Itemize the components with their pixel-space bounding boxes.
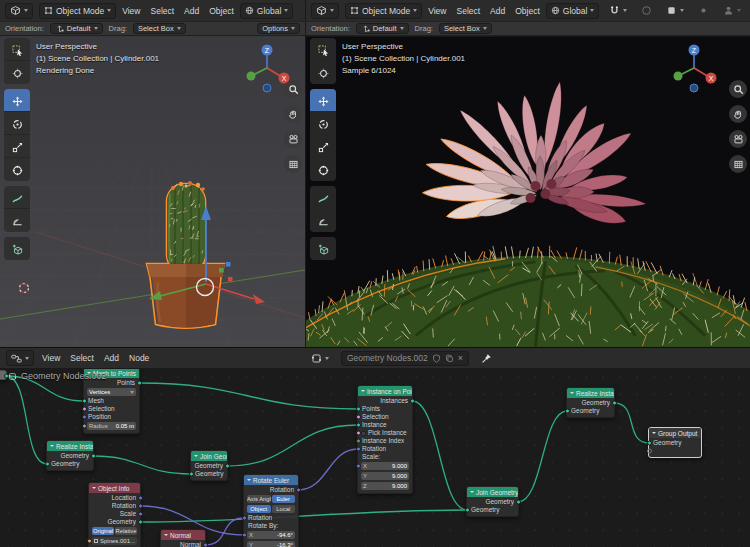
socket-normal-out[interactable] <box>203 543 208 547</box>
node-header-rotate-euler[interactable]: Rotate Euler <box>244 475 298 485</box>
socket-geometry-in[interactable] <box>189 472 194 477</box>
mode-select[interactable]: Object Mode <box>345 3 422 19</box>
node-header-realize-instances-l[interactable]: Realize Instances <box>47 441 93 451</box>
tool-move-button[interactable] <box>310 89 336 112</box>
camera-view-button[interactable] <box>729 130 747 148</box>
tool-annotate-button[interactable] <box>4 186 30 209</box>
menu-add[interactable]: Add <box>184 6 199 16</box>
value-x[interactable]: X-94.6° <box>246 530 296 540</box>
options-button[interactable]: Options <box>257 23 300 34</box>
orientation-default-select[interactable]: Default <box>50 23 103 34</box>
menu-node[interactable]: Node <box>129 353 149 363</box>
pin-button[interactable] <box>477 350 496 366</box>
node-realize-instances-r[interactable]: Realize InstancesGeometryGeometry <box>566 387 615 418</box>
tool-annotate-button[interactable] <box>310 186 336 209</box>
drag-select[interactable]: Select Box <box>439 23 492 34</box>
tool-scale-button[interactable] <box>4 135 30 158</box>
zoom-button[interactable] <box>284 80 302 98</box>
orientation-default-select[interactable]: Default <box>356 23 409 34</box>
checkbox-pick-instance[interactable]: Pick Instance <box>360 429 410 437</box>
node-header-join-geometry-s[interactable]: Join Geome... <box>191 451 227 461</box>
fake-user-icon[interactable] <box>432 354 441 363</box>
socket-instance-index-in[interactable] <box>356 439 361 444</box>
tool-add-cube-button[interactable] <box>4 237 30 260</box>
node-instance-on-points[interactable]: Instance on PointsInstancesPointsSelecti… <box>357 385 413 494</box>
socket-x-in[interactable] <box>242 533 247 538</box>
socket-pick-instance-in[interactable] <box>356 431 361 436</box>
button-local[interactable]: Local <box>272 505 296 513</box>
viewport-right-3d-region[interactable]: User Perspective (1) Scene Collection | … <box>306 36 750 347</box>
menu-view[interactable]: View <box>42 353 60 363</box>
collapse-icon[interactable] <box>50 445 54 447</box>
duplicate-data-icon[interactable] <box>445 354 454 363</box>
button-axis-angle[interactable]: Axis Angle <box>247 495 271 503</box>
mode-transfer-button[interactable] <box>719 3 745 19</box>
tool-cursor-button[interactable] <box>4 61 30 84</box>
navigation-gizmo[interactable]: Z X <box>666 40 722 96</box>
menu-select[interactable]: Select <box>70 353 94 363</box>
tool-rotate-button[interactable] <box>310 112 336 135</box>
collapse-icon[interactable] <box>652 432 656 434</box>
button-object[interactable]: Object <box>247 505 271 513</box>
tool-move-button[interactable] <box>4 89 30 112</box>
socket-points-out[interactable] <box>137 381 142 386</box>
socket-selection-in[interactable] <box>356 415 361 420</box>
socket-geometry-out[interactable] <box>225 464 230 469</box>
toggle-ortho-button[interactable] <box>284 155 302 173</box>
socket-scale-out[interactable] <box>138 512 143 517</box>
socket-rotation-out[interactable] <box>138 504 143 509</box>
button-original[interactable]: Original <box>92 527 114 535</box>
socket-rotation-out[interactable] <box>296 488 301 493</box>
tool-transform-button[interactable] <box>310 158 336 181</box>
pan-button[interactable] <box>284 105 302 123</box>
socket-geometry-in[interactable] <box>647 441 652 446</box>
camera-view-button[interactable] <box>284 130 302 148</box>
mode-select[interactable]: Object Mode <box>39 3 116 19</box>
collapse-icon[interactable] <box>361 390 365 392</box>
node-object-info[interactable]: Object InfoLocationRotationScaleGeometry… <box>88 482 141 547</box>
node-header-group-output[interactable]: Group Output <box>649 428 701 438</box>
tool-add-cube-button[interactable] <box>310 237 336 260</box>
menu-select[interactable]: Select <box>456 6 480 16</box>
menu-add[interactable]: Add <box>104 353 119 363</box>
node-rotate-euler[interactable]: Rotate EulerRotationAxis AngleEulerObjec… <box>243 474 299 547</box>
transform-orientation-select[interactable]: Global <box>546 3 600 19</box>
checkbox-icon[interactable] <box>361 431 366 436</box>
socket-geometry-out[interactable] <box>91 454 96 459</box>
node-edge[interactable] <box>0 370 7 380</box>
socket-rotation-in[interactable] <box>242 516 247 521</box>
node-header-realize-instances-r[interactable]: Realize Instances <box>567 388 614 398</box>
node-canvas[interactable]: Geometry Nodes.002 Mesh to PointsPointsV… <box>0 369 750 547</box>
toggle-ortho-button[interactable] <box>729 155 747 173</box>
node-group-output[interactable]: Group OutputGeometry <box>648 427 702 458</box>
menu-view[interactable]: View <box>122 6 140 16</box>
field-radius[interactable]: Radius0.05 m <box>86 421 137 431</box>
unlink-icon[interactable]: × <box>458 354 463 363</box>
editor-type-button[interactable] <box>6 350 34 366</box>
editor-type-button[interactable] <box>5 3 33 19</box>
node-tree-type-button[interactable] <box>307 350 333 366</box>
socket-geometry-out[interactable] <box>138 520 143 525</box>
collapse-icon[interactable] <box>92 487 96 489</box>
tool-measure-button[interactable] <box>310 209 336 232</box>
socket-geometry-in[interactable] <box>465 508 470 513</box>
socket-selection-in[interactable] <box>82 407 87 412</box>
transform-orientation-select[interactable]: Global <box>240 3 294 19</box>
tool-cursor-button[interactable] <box>310 61 336 84</box>
node-realize-instances-l[interactable]: Realize InstancesGeometryGeometry <box>46 440 94 471</box>
menu-object[interactable]: Object <box>515 6 540 16</box>
button-relative[interactable]: Relative <box>115 527 137 535</box>
menu-select[interactable]: Select <box>150 6 174 16</box>
socket-radius-in[interactable] <box>82 424 87 429</box>
tool-transform-button[interactable] <box>4 158 30 181</box>
object-field[interactable]: Spines.001...× <box>91 536 138 546</box>
menu-view[interactable]: View <box>428 6 446 16</box>
viewport-left-3d-region[interactable]: User Perspective (1) Scene Collection | … <box>0 36 305 347</box>
socket-geometry-out[interactable] <box>612 401 617 406</box>
value-y[interactable]: Y-16.3° <box>246 540 296 547</box>
node-header-object-info[interactable]: Object Info <box>89 483 140 493</box>
tool-rotate-button[interactable] <box>4 112 30 135</box>
socket-instances-out[interactable] <box>410 399 415 404</box>
tool-scale-button[interactable] <box>310 135 336 158</box>
socket-location-out[interactable] <box>138 496 143 501</box>
